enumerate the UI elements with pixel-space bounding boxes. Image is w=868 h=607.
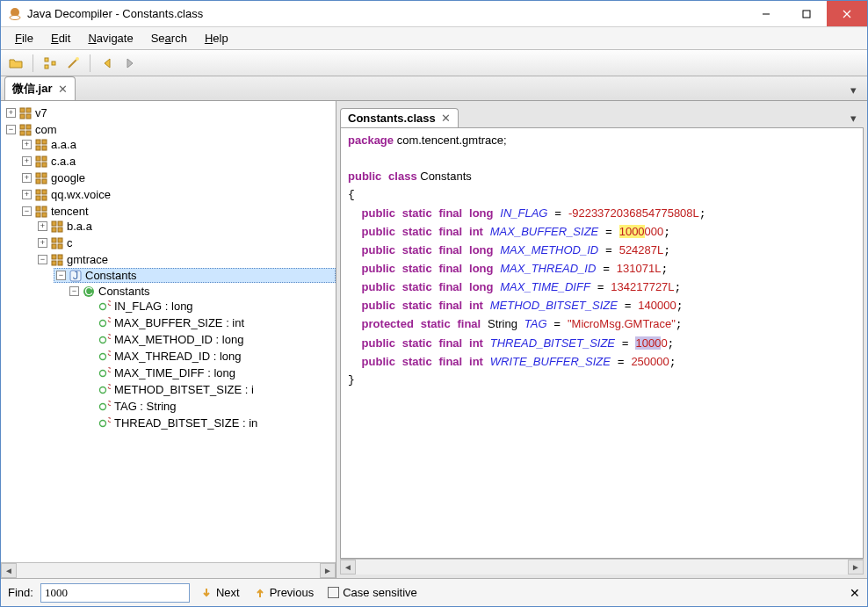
close-find-icon[interactable]: ✕	[850, 586, 860, 600]
svg-rect-17	[20, 131, 25, 135]
menu-file[interactable]: File	[6, 29, 42, 47]
field-icon: S	[98, 367, 111, 379]
svg-rect-43	[52, 238, 56, 242]
svg-rect-34	[42, 196, 47, 200]
tree-icon[interactable]	[40, 54, 60, 73]
toolbar	[1, 50, 867, 76]
wand-icon[interactable]	[63, 54, 83, 73]
class-icon: C	[83, 285, 95, 298]
svg-rect-16	[26, 125, 31, 129]
package-tree[interactable]: +v7 −com +a.a.a +c.a.a +google +qq.wx.vo…	[1, 101, 336, 562]
svg-rect-7	[45, 65, 48, 69]
svg-rect-11	[20, 108, 25, 112]
tab-label: Constants.class	[348, 112, 436, 125]
find-bar: Find: Next Previous Case sensitive ✕	[1, 578, 867, 606]
svg-rect-49	[52, 261, 56, 265]
menu-search[interactable]: Search	[142, 29, 196, 47]
tree-node[interactable]: +qq.wx.voice	[22, 188, 336, 201]
open-icon[interactable]	[6, 54, 25, 73]
svg-rect-13	[20, 114, 25, 119]
tree-field[interactable]: SMAX_BUFFER_SIZE : int	[85, 316, 336, 329]
tree-node-constants-class[interactable]: −CConstants	[69, 285, 336, 298]
scroll-right-icon[interactable]: ►	[848, 560, 864, 574]
close-icon[interactable]: ✕	[58, 83, 68, 96]
tree-node[interactable]: +a.a.a	[22, 138, 336, 151]
tab-jar[interactable]: 微信.jar ✕	[4, 76, 76, 100]
close-icon[interactable]: ✕	[441, 112, 451, 125]
svg-rect-33	[36, 196, 40, 200]
editor-pane: Constants.class ✕ ▾ package com.tencent.…	[336, 101, 867, 578]
tree-node-gmtrace[interactable]: −gmtrace	[38, 253, 336, 266]
tree-node-constants-file[interactable]: −JConstants	[54, 268, 336, 283]
scroll-right-icon[interactable]: ►	[320, 563, 336, 578]
maximize-button[interactable]	[786, 1, 827, 26]
tab-overflow-icon[interactable]: ▾	[843, 80, 864, 100]
up-arrow-icon	[254, 587, 266, 599]
svg-rect-12	[26, 108, 31, 112]
svg-text:C: C	[84, 285, 92, 298]
find-input[interactable]	[40, 583, 190, 603]
code-editor[interactable]: package com.tencent.gmtrace; public clas…	[340, 127, 864, 559]
tab-label: 微信.jar	[12, 81, 53, 97]
tree-field[interactable]: SIN_FLAG : long	[85, 300, 336, 313]
menubar: File Edit Navigate Search Help	[1, 27, 867, 50]
tree-field[interactable]: STAG : String	[85, 400, 336, 413]
tree-field[interactable]: STHREAD_BITSET_SIZE : in	[85, 416, 336, 430]
minimize-button[interactable]	[746, 1, 786, 26]
menu-navigate[interactable]: Navigate	[79, 29, 141, 47]
svg-point-69	[100, 420, 106, 426]
java-file-icon: J	[69, 270, 82, 282]
tree-node-tencent[interactable]: −tencent	[22, 205, 336, 218]
svg-rect-15	[20, 125, 25, 129]
document-tab-bar: 微信.jar ✕ ▾	[1, 76, 867, 101]
field-icon: S	[98, 300, 111, 313]
find-prev-button[interactable]: Previous	[250, 584, 318, 601]
tree-field[interactable]: SMETHOD_BITSET_SIZE : i	[85, 383, 336, 396]
down-arrow-icon	[200, 587, 213, 599]
package-explorer: +v7 −com +a.a.a +c.a.a +google +qq.wx.vo…	[1, 101, 336, 578]
svg-rect-25	[36, 163, 40, 167]
find-next-button[interactable]: Next	[197, 584, 243, 601]
editor-h-scrollbar[interactable]: ◄ ►	[340, 559, 864, 574]
tree-node[interactable]: +c	[38, 236, 336, 249]
tree-field[interactable]: SMAX_METHOD_ID : long	[85, 333, 336, 346]
svg-rect-29	[36, 179, 40, 184]
menu-help[interactable]: Help	[196, 29, 237, 47]
svg-rect-35	[36, 206, 40, 211]
find-label: Find:	[8, 586, 33, 599]
svg-point-1	[10, 15, 20, 19]
menu-edit[interactable]: Edit	[42, 29, 79, 47]
field-icon: S	[98, 384, 111, 396]
svg-rect-30	[42, 179, 47, 184]
tree-node-com[interactable]: −com	[6, 123, 336, 136]
svg-rect-19	[36, 140, 40, 144]
field-icon: S	[98, 401, 111, 413]
svg-rect-3	[803, 11, 810, 18]
tree-node-v7[interactable]: +v7	[6, 106, 336, 119]
tab-constants-class[interactable]: Constants.class ✕	[340, 108, 459, 127]
tree-node[interactable]: +b.a.a	[38, 220, 336, 233]
svg-rect-36	[42, 206, 47, 211]
svg-text:S: S	[107, 401, 111, 408]
tree-node[interactable]: +c.a.a	[22, 155, 336, 168]
svg-rect-8	[52, 61, 55, 65]
workspace: +v7 −com +a.a.a +c.a.a +google +qq.wx.vo…	[1, 101, 867, 578]
back-icon[interactable]	[98, 54, 117, 73]
tree-h-scrollbar[interactable]: ◄ ►	[1, 562, 336, 578]
svg-text:J: J	[73, 270, 79, 282]
scroll-left-icon[interactable]: ◄	[340, 560, 356, 574]
svg-rect-41	[52, 228, 56, 232]
case-sensitive-toggle[interactable]: Case sensitive	[324, 584, 421, 601]
scroll-left-icon[interactable]: ◄	[1, 563, 17, 578]
svg-rect-50	[58, 261, 62, 265]
svg-text:S: S	[107, 367, 111, 375]
tree-field[interactable]: SMAX_TIME_DIFF : long	[85, 366, 336, 379]
tab-overflow-icon[interactable]: ▾	[843, 109, 864, 127]
svg-rect-27	[36, 173, 40, 177]
forward-icon[interactable]	[120, 54, 140, 73]
tree-node[interactable]: +google	[22, 171, 336, 184]
tree-field[interactable]: SMAX_THREAD_ID : long	[85, 350, 336, 363]
svg-rect-32	[42, 190, 47, 194]
close-button[interactable]	[827, 1, 867, 26]
toolbar-separator	[33, 54, 33, 72]
